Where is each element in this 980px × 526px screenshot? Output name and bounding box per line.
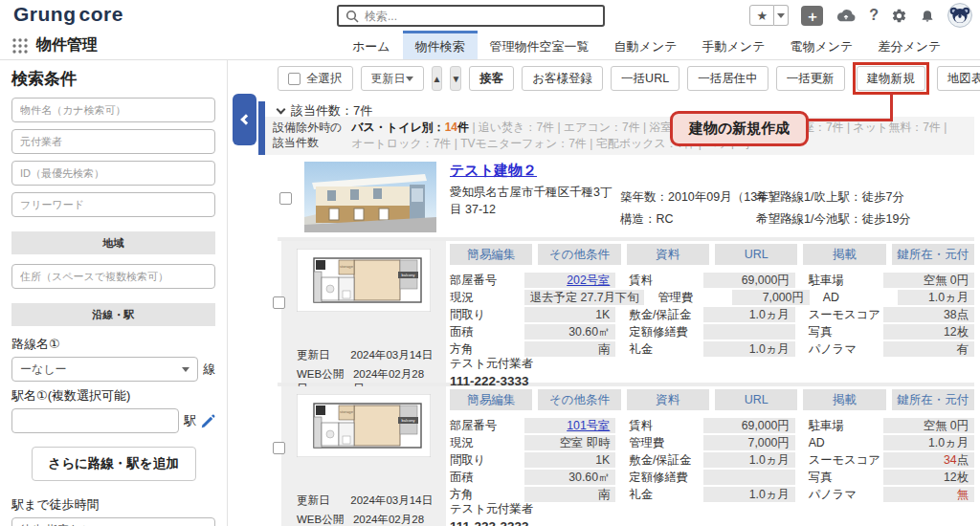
walk-time-select[interactable]: 徒歩 指定なし [11,517,215,526]
customer-register-button[interactable]: お客様登録 [522,66,603,91]
nav-tab-home[interactable]: ホーム [340,31,403,59]
tab-quick-edit[interactable]: 簡易編集 [450,244,532,265]
tab-url[interactable]: URL [715,244,797,265]
station-suffix: 駅 [184,412,196,429]
unit-row-101: storage balcony 更新日2024年03月14日 WEB公開日202… [278,386,974,526]
building-name-link[interactable]: テスト建物２ [450,162,537,180]
updated-date: 2024年03月14日 [350,348,433,362]
app-logo[interactable]: Grungcore [13,3,126,26]
floorplan-image[interactable]: storage balcony [297,249,431,312]
field-value: 7,000円 [732,290,809,305]
stats-label: 設備除外時の該当件数 [273,121,342,150]
chevron-down-icon [277,105,286,115]
nav-tab-auto-maintenance[interactable]: 自動メンテ [602,31,690,59]
nav-tab-vacancy-list[interactable]: 管理物件空室一覧 [478,31,602,59]
building-checkbox[interactable] [279,192,292,205]
reception-button[interactable]: 接客 [469,66,514,91]
new-building-button[interactable]: 建物新規 [857,66,925,91]
sort-descending-button[interactable]: ▼ [450,66,461,91]
floorplan-image[interactable]: storage balcony [297,394,431,457]
tab-other-conditions[interactable]: その他条件 [538,244,620,265]
updated-date: 2024年03月14日 [350,493,433,508]
add-button[interactable]: ＋ [801,6,823,26]
tab-quick-edit[interactable]: 簡易編集 [450,389,532,410]
tab-publish[interactable]: 掲載 [803,389,885,410]
field-label: 賃料 [629,273,703,288]
field-value: 空無 0円 [883,273,974,288]
bell-icon[interactable] [920,7,935,24]
field-label: 礼金 [629,341,703,357]
field-value [703,324,794,340]
sort-select-value: 更新日 [371,71,406,87]
field-label: 方角 [450,341,524,357]
global-search-input[interactable] [365,10,596,23]
bulk-update-button[interactable]: 一括更新 [776,66,845,91]
select-all-checkbox[interactable] [288,73,301,85]
tab-other-conditions[interactable]: その他条件 [538,389,620,410]
listing-agent-input[interactable] [11,129,215,154]
section-line-station: 沿線・駅 [11,303,215,326]
unit-table: 簡易編集 その他条件 資料 URL 掲載 鍵所在・元付 部屋番号101号室 賃料… [450,386,974,504]
field-value: 1K [524,307,615,322]
nav-tab-manual-maintenance[interactable]: 手動メンテ [690,31,778,59]
field-value [703,470,794,485]
user-avatar[interactable] [947,3,972,28]
bulk-living-button[interactable]: 一括居住中 [687,66,768,91]
global-search[interactable] [337,5,605,27]
annotation-leader-vertical [890,92,893,121]
waffle-menu-icon[interactable] [11,37,29,55]
updated-label: 更新日 [297,348,330,362]
gear-icon[interactable] [891,8,907,24]
unit-checkbox[interactable] [273,296,285,309]
id-input[interactable] [11,161,215,186]
unit-table: 簡易編集 その他条件 資料 URL 掲載 鍵所在・元付 部屋番号202号室 賃料… [450,241,974,359]
building-photo[interactable] [304,162,436,232]
free-word-input[interactable] [11,192,215,217]
tab-publish[interactable]: 掲載 [803,244,885,265]
walk-time-value: 徒歩 指定なし [20,522,93,526]
star-icon[interactable]: ★ [749,5,774,26]
field-value: 1K [524,452,615,468]
select-all-button[interactable]: 全選択 [278,66,353,91]
sort-select[interactable]: 更新日 [361,66,424,91]
sidebar-collapse-button[interactable] [233,94,256,145]
svg-text:balcony: balcony [402,273,415,277]
tab-documents[interactable]: 資料 [627,389,709,410]
toolbar-right-buttons: お客様登録 一括URL 一括居住中 一括更新 建物新規 地図表示 [522,62,980,95]
field-label: 現況 [450,290,524,305]
field-value: 1.0ヵ月 [703,307,794,322]
unit-checkbox[interactable] [273,442,285,454]
tab-url[interactable]: URL [715,389,797,410]
help-icon[interactable]: ? [869,7,879,24]
stats-content: バス・トイレ別：14件 | 追い焚き：7件 | エアコン：7件 | 浴室乾燥機：… [351,120,947,153]
listing-agent-phone: 111-222-3333 [450,519,533,526]
field-label: 写真 [809,470,883,485]
sort-ascending-button[interactable]: ▲ [432,66,443,91]
nav-tab-property-search[interactable]: 物件検索 [403,31,478,59]
tab-key-location[interactable]: 鍵所在・元付 [892,389,974,410]
map-view-button[interactable]: 地図表示 [937,66,980,91]
favorites-button[interactable]: ★ [749,5,789,26]
tab-documents[interactable]: 資料 [627,244,709,265]
room-link[interactable]: 101号室 [524,418,615,433]
stats-line-2: オートロック：7件 | TVモニターフォン：7件 | 宅配ボックス：7件 | ペ… [351,136,947,152]
favorites-caret[interactable] [774,5,789,26]
listing-agent-name: テスト元付業者 [450,501,533,517]
property-name-input[interactable] [11,98,215,122]
top-header: Grungcore ★ ＋ ? [0,0,980,31]
nav-tab-denbutsu-maintenance[interactable]: 電物メンテ [777,31,865,59]
line-select[interactable]: ーなしー [11,357,198,382]
add-line-station-button[interactable]: さらに路線・駅を追加 [32,447,196,481]
listing-agent-block: テスト元付業者 111-222-3333 [450,356,533,388]
bulk-url-button[interactable]: 一括URL [611,66,679,91]
address-input[interactable] [11,264,215,289]
pencil-edit-icon[interactable] [201,414,215,428]
field-label: 間取り [450,452,524,468]
field-value: 38点 [883,307,974,322]
station-input[interactable] [11,408,179,433]
cloud-upload-icon[interactable] [835,8,857,24]
tab-key-location[interactable]: 鍵所在・元付 [892,244,974,265]
room-link[interactable]: 202号室 [524,273,615,288]
nav-tab-diff-maintenance[interactable]: 差分メンテ [865,31,953,59]
logo-part-1: Grung [13,3,77,25]
